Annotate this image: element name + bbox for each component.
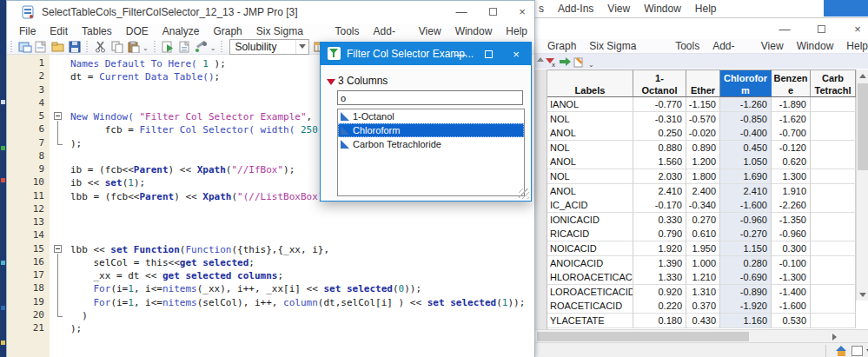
table-cell[interactable]: -0.960 — [720, 213, 772, 228]
table-cell[interactable]: 0.610 — [686, 227, 720, 241]
column-list-item[interactable]: 1-Octanol — [338, 109, 524, 123]
table-cell[interactable] — [811, 184, 856, 199]
table-cell[interactable] — [811, 112, 856, 127]
new-script-window-icon[interactable] — [17, 40, 32, 53]
table-cell[interactable]: 0.920 — [633, 285, 686, 300]
table-cell[interactable]: -0.340 — [686, 198, 720, 213]
table-cell[interactable]: 1.200 — [686, 155, 720, 169]
table-cell[interactable]: -1.150 — [686, 97, 720, 112]
column-list-item[interactable]: Chloroform — [338, 123, 524, 137]
table-cell[interactable]: -0.310 — [633, 112, 686, 127]
table-cell[interactable]: 0.250 — [633, 126, 686, 141]
table-cell[interactable]: 1.920 — [633, 241, 686, 256]
table-cell[interactable]: -0.170 — [633, 198, 686, 213]
annotate-pen-icon[interactable] — [573, 56, 586, 67]
open-file-icon[interactable] — [50, 40, 65, 53]
table-cell[interactable]: 2.400 — [686, 184, 720, 199]
table-cell[interactable]: 0.450 — [720, 141, 772, 155]
toolbar-overflow-icon[interactable]: ⌄ — [210, 44, 216, 52]
table-cell[interactable]: -1.890 — [772, 97, 811, 112]
table-cell[interactable] — [811, 241, 856, 256]
code-line[interactable]: ib << set(1); — [70, 176, 145, 189]
column-header-chloroform[interactable]: Chloroform — [720, 69, 772, 97]
row-label-cell[interactable]: NOL — [547, 169, 633, 184]
row-label-cell[interactable]: RICACID — [547, 227, 633, 241]
table-cell[interactable]: -1.260 — [720, 97, 772, 112]
data-table-grid[interactable]: Labels1-OctanolEtherChloroformBenzeneCar… — [547, 69, 856, 328]
table-cell[interactable]: 1.800 — [686, 169, 720, 184]
table-cell[interactable]: -0.100 — [772, 256, 811, 271]
code-line[interactable]: Names Default To Here( 1 ); — [70, 57, 226, 70]
code-fold-margin[interactable] — [50, 55, 69, 357]
code-line[interactable]: ); — [70, 137, 82, 150]
scroll-up-icon[interactable] — [857, 69, 868, 82]
column-list[interactable]: 1-OctanolChloroformCarbon Tetrachloride — [337, 109, 525, 196]
row-label-cell[interactable]: ANOL — [547, 155, 633, 169]
table-cell[interactable]: -1.400 — [772, 285, 811, 300]
run-script-icon[interactable] — [161, 40, 176, 53]
new-script-icon[interactable] — [177, 40, 192, 53]
table-cell[interactable]: 0.880 — [633, 141, 686, 155]
close-button[interactable]: × — [503, 43, 529, 65]
table-cell[interactable] — [811, 198, 856, 213]
red-triangle-icon[interactable] — [327, 79, 335, 85]
row-label-cell[interactable]: ROACETICACID — [547, 299, 633, 314]
table-cell[interactable]: 2.410 — [720, 184, 772, 199]
horizontal-scroll-thumb[interactable] — [537, 332, 749, 341]
table-cell[interactable]: -2.260 — [772, 198, 811, 213]
table-cell[interactable] — [811, 299, 856, 314]
table-cell[interactable]: 0.300 — [772, 241, 811, 256]
script-window-titlebar[interactable]: SelectTableCols_FilterColSelector_12_13 … — [7, 1, 534, 23]
code-line[interactable]: dt = Current Data Table(); — [70, 70, 220, 83]
maximize-button[interactable] — [808, 20, 834, 37]
table-cell[interactable] — [811, 227, 856, 241]
table-cell[interactable] — [811, 256, 856, 271]
row-label-cell[interactable]: IC_ACID — [547, 198, 633, 213]
fold-collapse-icon[interactable] — [54, 112, 62, 120]
minimize-button[interactable]: — — [447, 43, 474, 65]
table-cell[interactable]: 0.270 — [686, 213, 720, 228]
table-cell[interactable]: 0.330 — [633, 213, 686, 228]
menu-item-add-ins[interactable]: Add-Ins — [558, 3, 593, 15]
cut-icon[interactable] — [93, 40, 108, 53]
menu-item-s[interactable]: s — [539, 3, 544, 15]
table-cell[interactable] — [811, 213, 856, 228]
table-cell[interactable]: -0.400 — [720, 126, 772, 141]
code-line[interactable]: selCol = this<<get selected; — [70, 256, 255, 269]
collapse-chevron-icon[interactable] — [537, 57, 544, 69]
table-cell[interactable]: 0.530 — [772, 314, 811, 328]
new-data-table-icon[interactable] — [34, 40, 49, 53]
code-line[interactable]: lbb = (fcb<<Parent) << Xpath("(//ListBox… — [70, 190, 358, 203]
table-cell[interactable]: 1.150 — [720, 241, 772, 256]
table-cell[interactable]: -0.270 — [720, 227, 772, 241]
table-cell[interactable] — [811, 126, 856, 141]
table-cell[interactable]: 1.310 — [686, 285, 720, 300]
maximize-button[interactable] — [475, 43, 501, 65]
table-cell[interactable]: -0.890 — [720, 285, 772, 300]
exclude-column-icon[interactable]: x — [545, 56, 557, 67]
table-cell[interactable]: 0.180 — [633, 314, 686, 328]
go-arrow-icon[interactable] — [559, 56, 572, 67]
table-cell[interactable]: -0.850 — [720, 112, 772, 127]
toolbar-overflow-icon[interactable]: ⌄ — [142, 44, 149, 52]
table-cell[interactable]: 1.160 — [720, 314, 772, 328]
paste-icon[interactable] — [126, 40, 141, 53]
vertical-scroll-thumb[interactable] — [858, 83, 868, 170]
table-cell[interactable]: 2.030 — [633, 169, 686, 184]
row-label-cell[interactable]: NOL — [547, 112, 633, 127]
table-window-titlebar[interactable]: — × — [535, 18, 868, 39]
table-cell[interactable]: 1.050 — [720, 155, 772, 169]
column-header-benzene[interactable]: Benzene — [772, 69, 811, 97]
table-cell[interactable]: 0.890 — [686, 141, 720, 155]
code-line[interactable]: For(i=1, i<=nitems(_xx), i++, _xx[i] << … — [70, 282, 421, 295]
table-cell[interactable] — [811, 155, 856, 169]
table-cell[interactable]: 1.000 — [686, 256, 720, 271]
table-cell[interactable]: 0.370 — [686, 299, 720, 314]
table-cell[interactable]: -0.700 — [772, 126, 811, 141]
table-cell[interactable] — [811, 270, 856, 285]
scroll-down-icon[interactable] — [857, 288, 868, 301]
dialog-resize-grip[interactable] — [519, 188, 529, 199]
status-checkbox[interactable] — [851, 346, 863, 356]
tools-wrench-icon[interactable] — [194, 40, 209, 53]
table-cell[interactable] — [811, 285, 856, 300]
